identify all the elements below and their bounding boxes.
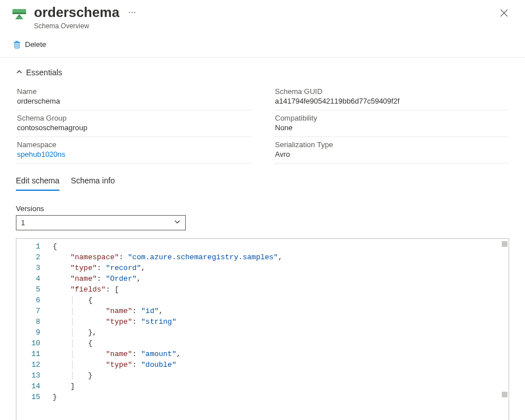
more-actions-button[interactable]: ···: [124, 5, 140, 20]
essentials-panel: Name orderschema Schema Group contososch…: [16, 84, 509, 164]
schema-resource-icon: [11, 7, 27, 23]
tab-edit-schema[interactable]: Edit schema: [16, 172, 59, 191]
svg-rect-0: [12, 9, 26, 12]
versions-selected: 1: [21, 218, 25, 227]
delete-button[interactable]: Delete: [11, 38, 48, 52]
command-bar: Delete: [0, 35, 525, 58]
essentials-row-schema-group: Schema Group contososchemagroup: [16, 110, 251, 137]
essentials-row-namespace: Namespace spehub1020ns: [16, 137, 251, 164]
namespace-link[interactable]: spehub1020ns: [17, 150, 250, 158]
essentials-row-serialization-type: Serialization Type Avro: [274, 137, 510, 164]
chevron-down-icon: [174, 218, 181, 227]
scrollbar-thumb-bottom[interactable]: [502, 392, 507, 397]
tabs: Edit schema Schema info: [16, 172, 509, 191]
tab-schema-info[interactable]: Schema info: [71, 172, 115, 191]
page-header: orderschema ··· Schema Overview: [0, 0, 525, 35]
page-subtitle: Schema Overview: [34, 22, 494, 30]
close-button[interactable]: [494, 5, 514, 23]
versions-label: Versions: [16, 204, 509, 213]
schema-editor[interactable]: 123456789101112131415 { "namespace": "co…: [16, 238, 509, 420]
essentials-toggle[interactable]: Essentials: [16, 66, 509, 79]
page-title: orderschema: [34, 5, 119, 21]
delete-label: Delete: [25, 40, 46, 49]
versions-dropdown[interactable]: 1: [16, 215, 186, 230]
scrollbar-thumb-top[interactable]: [502, 241, 507, 247]
essentials-row-name: Name orderschema: [16, 84, 251, 110]
essentials-row-compatibility: Compatibility None: [274, 110, 510, 137]
essentials-row-schema-guid: Schema GUID a141794fe90542119bb6d77c5940…: [274, 84, 510, 110]
chevron-up-icon: [16, 68, 23, 77]
svg-rect-1: [12, 12, 26, 14]
editor-gutter: 123456789101112131415: [16, 239, 48, 420]
essentials-label: Essentials: [26, 68, 62, 77]
editor-code[interactable]: { "namespace": "com.azure.schemaregistry…: [48, 239, 509, 420]
svg-rect-2: [16, 17, 22, 19]
